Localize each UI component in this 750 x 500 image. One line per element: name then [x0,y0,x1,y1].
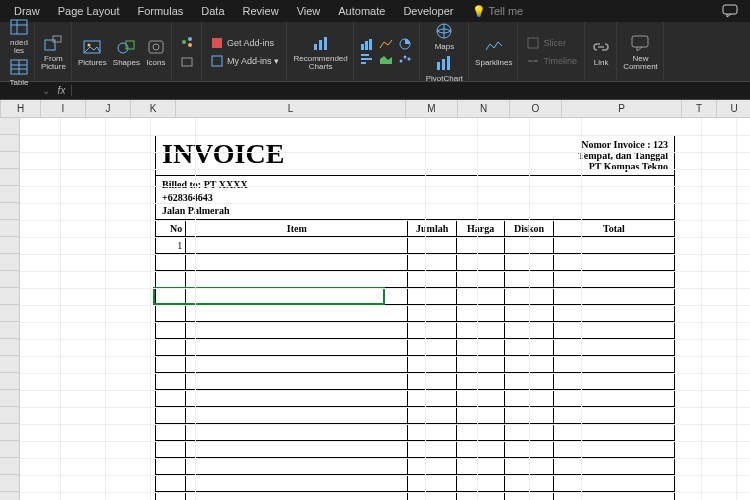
svg-rect-26 [365,41,368,50]
comments-icon[interactable] [716,2,744,20]
tab-automate[interactable]: Automate [330,2,393,20]
table-row[interactable] [156,390,675,407]
table-row[interactable] [156,458,675,475]
row-header[interactable] [0,492,19,500]
row-header[interactable] [0,220,19,237]
table-row[interactable] [156,356,675,373]
tab-developer[interactable]: Developer [395,2,461,20]
tab-pagelayout[interactable]: Page Layout [50,2,128,20]
table-button[interactable]: Table [9,57,29,87]
row-header[interactable] [0,237,19,254]
row-header[interactable] [0,288,19,305]
pivot-tables-button[interactable]: nded les [9,17,29,55]
column-chart-icon[interactable] [360,38,374,50]
table-row[interactable] [156,475,675,492]
recommended-charts-button[interactable]: Recommended Charts [293,33,347,71]
row-header[interactable] [0,339,19,356]
table-row[interactable] [156,254,675,271]
row-header[interactable] [0,407,19,424]
invoice-number[interactable]: Nomor Invoice : 123 [578,139,668,150]
fx-icon[interactable]: fx [52,85,72,96]
pivotchart-button[interactable]: PivotChart [426,53,463,83]
col-header-M[interactable]: M [406,100,458,117]
maps-button[interactable]: Maps [434,21,454,51]
tab-tellme[interactable]: 💡 Tell me [464,2,532,21]
my-addins-button[interactable]: My Add-ins ▾ [208,53,282,69]
tab-formulas[interactable]: Formulas [129,2,191,20]
bar-chart-icon[interactable] [360,53,374,65]
table-row[interactable] [156,305,675,322]
icons-button[interactable]: Icons [146,37,166,67]
invoice-company[interactable]: PT Kompas Tekno [578,161,668,172]
slicer-button[interactable]: Slicer [524,35,579,51]
col-header-H[interactable]: H [1,100,41,117]
row-header[interactable] [0,424,19,441]
get-addins-button[interactable]: Get Add-ins [208,35,282,51]
th-no[interactable]: No [156,220,186,237]
shapes-button[interactable]: Shapes [113,37,140,67]
row-header[interactable] [0,356,19,373]
line-chart-icon[interactable] [379,38,393,50]
new-comment-button[interactable]: New Comment [623,33,658,71]
tab-view[interactable]: View [289,2,329,20]
table-row[interactable] [156,271,675,288]
row-header[interactable] [0,322,19,339]
col-header-O[interactable]: O [510,100,562,117]
col-header-P[interactable]: P [562,100,682,117]
chevron-down-icon[interactable]: ⌄ [40,85,52,96]
table-row[interactable]: 1 [156,237,675,254]
row-header[interactable] [0,305,19,322]
row-header[interactable] [0,186,19,203]
th-total[interactable]: Total [553,220,674,237]
column-headers[interactable]: HIJKLMNOPTU [1,100,750,118]
table-row[interactable] [156,288,675,305]
sparklines-button[interactable]: Sparklines [475,37,512,67]
th-item[interactable]: Item [186,220,408,237]
pie-chart-icon[interactable] [398,38,412,50]
col-header-I[interactable]: I [41,100,86,117]
col-header-T[interactable]: T [682,100,717,117]
cells-area[interactable]: INVOICE Nomor Invoice : 123 Tempat, dan … [20,118,750,500]
th-harga[interactable]: Harga [456,220,504,237]
table-row[interactable] [156,424,675,441]
row-header[interactable] [0,458,19,475]
row-header[interactable] [0,475,19,492]
billed-to[interactable]: Billed to: PT XXXX [162,178,668,191]
table-row[interactable] [156,407,675,424]
tab-review[interactable]: Review [235,2,287,20]
table-row[interactable] [156,339,675,356]
row-header[interactable] [0,169,19,186]
row-header[interactable] [0,118,19,135]
row-header[interactable] [0,271,19,288]
timeline-button[interactable]: Timeline [524,53,579,69]
pictures-button[interactable]: Pictures [78,37,107,67]
row-headers[interactable] [0,118,20,500]
row-header[interactable] [0,135,19,152]
col-header-K[interactable]: K [131,100,176,117]
col-header-J[interactable]: J [86,100,131,117]
col-header-N[interactable]: N [458,100,510,117]
from-picture-button[interactable]: From Picture [41,33,66,71]
col-header-L[interactable]: L [176,100,406,117]
row-header[interactable] [0,441,19,458]
area-chart-icon[interactable] [379,53,393,65]
table-row[interactable] [156,373,675,390]
row-header[interactable] [0,373,19,390]
svg-rect-21 [212,56,222,66]
table-row[interactable] [156,441,675,458]
scatter-chart-icon[interactable] [398,53,412,65]
row-header[interactable] [0,203,19,220]
link-button[interactable]: Link [591,37,611,67]
col-header-U[interactable]: U [717,100,750,117]
row-header[interactable] [0,390,19,407]
th-jumlah[interactable]: Jumlah [408,220,456,237]
formula-input[interactable] [72,85,750,96]
screenshot-icon[interactable] [178,54,196,70]
row-header[interactable] [0,254,19,271]
row-header[interactable] [0,152,19,169]
billed-address[interactable]: Jalan Palmerah [162,204,668,217]
smartart-icon[interactable] [178,34,196,50]
tab-data[interactable]: Data [193,2,232,20]
spreadsheet-grid[interactable]: HIJKLMNOPTU INVOICE Nomor Invoice : 123 … [0,100,750,500]
table-row[interactable] [156,322,675,339]
